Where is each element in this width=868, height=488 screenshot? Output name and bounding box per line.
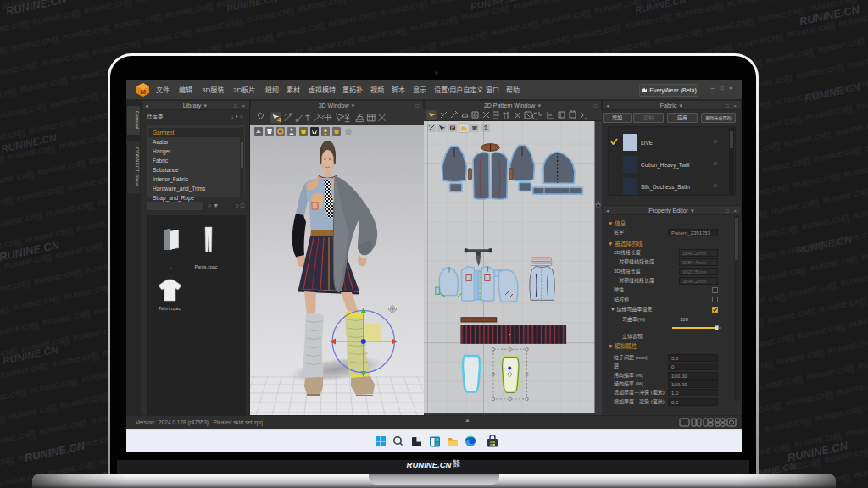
- svg-text:4: 4: [277, 116, 281, 124]
- svg-text:M: M: [140, 88, 146, 96]
- svg-text:P: P: [451, 125, 455, 130]
